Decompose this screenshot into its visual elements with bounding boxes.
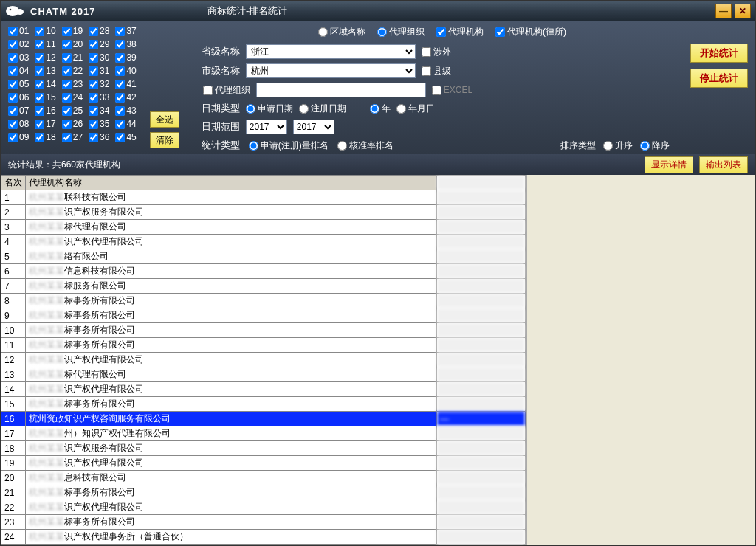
check-agent-inst[interactable]: 代理机构 [436,26,484,38]
table-row[interactable]: 8杭州某某标事务所有限公司— [1,294,526,308]
radio-accuracy-rank[interactable]: 核准率排名 [337,139,394,152]
class-checkbox-02[interactable]: 02 [8,39,29,49]
class-checkbox-35[interactable]: 35 [89,119,109,129]
class-checkbox-12[interactable]: 12 [35,52,55,63]
class-checkbox-32[interactable]: 32 [89,79,109,89]
minimize-button[interactable]: — [715,4,732,18]
class-checkbox-10[interactable]: 10 [35,26,55,36]
radio-volume-rank[interactable]: 申请(注册)量排名 [249,139,329,152]
class-checkbox-15[interactable]: 15 [35,92,55,103]
radio-reg-date[interactable]: 注册日期 [299,103,346,115]
table-row[interactable]: 2杭州某某识产权服务有限公司— [1,205,526,220]
class-checkbox-37[interactable]: 37 [115,26,136,36]
table-row[interactable]: 24杭州某某识产权代理事务所（普通合伙）— [1,530,526,545]
class-checkbox-27[interactable]: 27 [62,132,83,142]
class-checkbox-38[interactable]: 38 [115,39,136,49]
class-checkbox-28[interactable]: 28 [89,26,109,36]
class-checkbox-36[interactable]: 36 [89,132,109,142]
table-row[interactable]: 10杭州某某标事务所有限公司— [1,323,526,338]
table-row[interactable]: 1杭州某某联科技有限公司— [1,190,526,205]
class-checkbox-07[interactable]: 07 [8,106,29,116]
results-table-wrap[interactable]: 名次 代理机构名称 1杭州某某联科技有限公司—2杭州某某识产权服务有限公司—3杭… [1,175,526,546]
radio-area-name[interactable]: 区域名称 [318,26,365,38]
class-checkbox-14[interactable]: 14 [35,79,55,89]
table-row[interactable]: 14杭州某某识产权代理有限公司— [1,382,526,397]
start-stats-button[interactable]: 开始统计 [690,44,748,63]
year-to-select[interactable]: 2017 [293,120,334,134]
stop-stats-button[interactable]: 停止统计 [690,69,748,88]
class-checkbox-29[interactable]: 29 [89,39,109,49]
check-agent-lawfirm[interactable]: 代理机构(律所) [495,26,566,38]
table-row[interactable]: 20杭州某某息科技有限公司— [1,471,526,485]
close-button[interactable]: ✕ [735,4,751,18]
col-rank[interactable]: 名次 [1,176,26,190]
class-checkbox-17[interactable]: 17 [35,119,55,129]
table-row[interactable]: 15杭州某某标事务所有限公司— [1,397,526,412]
foreign-checkbox[interactable]: 涉外 [422,46,451,58]
table-row[interactable]: 11杭州某某标事务所有限公司— [1,338,526,353]
province-select[interactable]: 浙江 [246,44,416,59]
agent-org-checkbox[interactable]: 代理组织 [193,84,250,97]
class-checkbox-19[interactable]: 19 [62,26,83,36]
class-checkbox-09[interactable]: 09 [8,132,29,142]
class-checkbox-01[interactable]: 01 [8,26,29,36]
export-list-button[interactable]: 输出列表 [699,156,748,173]
table-row[interactable]: 3杭州某某标代理有限公司— [1,220,526,235]
class-checkbox-08[interactable]: 08 [8,119,29,129]
class-checkbox-45[interactable]: 45 [115,132,136,142]
table-row[interactable]: 17杭州某某州）知识产权代理有限公司— [1,426,526,441]
table-row[interactable]: 4杭州某某识产权代理有限公司— [1,235,526,249]
class-checkbox-04[interactable]: 04 [8,66,29,76]
class-checkbox-21[interactable]: 21 [62,52,83,63]
class-checkbox-11[interactable]: 11 [35,39,55,49]
class-checkbox-18[interactable]: 18 [35,132,55,142]
class-checkbox-39[interactable]: 39 [115,52,136,63]
agent-org-input[interactable] [256,83,426,97]
table-row[interactable]: 19杭州某某识产权代理有限公司— [1,456,526,471]
class-checkbox-03[interactable]: 03 [8,52,29,63]
year-from-select[interactable]: 2017 [246,120,287,134]
select-all-button[interactable]: 全选 [150,111,179,128]
class-checkbox-34[interactable]: 34 [89,106,109,116]
class-checkbox-43[interactable]: 43 [115,106,136,116]
table-row[interactable]: 13杭州某某标代理有限公司— [1,367,526,382]
radio-ymd[interactable]: 年月日 [396,103,435,115]
radio-sort-desc[interactable]: 降序 [640,139,670,152]
table-row[interactable]: 6杭州某某信息科技有限公司— [1,264,526,279]
class-checkbox-42[interactable]: 42 [115,92,136,103]
table-row[interactable]: 22杭州某某识产权代理有限公司— [1,500,526,515]
clear-button[interactable]: 清除 [150,132,179,148]
table-row[interactable]: 21杭州某某标事务所有限公司— [1,485,526,500]
class-checkbox-20[interactable]: 20 [62,39,83,49]
class-checkbox-44[interactable]: 44 [115,119,136,129]
class-checkbox-23[interactable]: 23 [62,79,83,89]
table-row[interactable]: 7杭州某某标服务有限公司— [1,279,526,294]
class-checkbox-22[interactable]: 22 [62,66,83,76]
table-row[interactable]: 16杭州资政知识产权咨询服务有限公司— [1,412,526,426]
class-checkbox-13[interactable]: 13 [35,66,55,76]
class-checkbox-06[interactable]: 06 [8,92,29,103]
table-row[interactable]: 12杭州某某识产权代理有限公司— [1,353,526,367]
county-checkbox[interactable]: 县级 [422,65,451,77]
class-checkbox-30[interactable]: 30 [89,52,109,63]
col-hidden[interactable] [437,176,526,190]
radio-sort-asc[interactable]: 升序 [603,139,633,152]
show-detail-button[interactable]: 显示详情 [645,156,693,173]
class-checkbox-40[interactable]: 40 [115,66,136,76]
class-checkbox-31[interactable]: 31 [89,66,109,76]
class-checkbox-16[interactable]: 16 [35,106,55,116]
radio-apply-date[interactable]: 申请日期 [246,103,293,115]
class-checkbox-24[interactable]: 24 [62,92,83,103]
table-row[interactable]: 9杭州某某标事务所有限公司— [1,308,526,323]
table-row[interactable]: 5杭州某某络有限公司— [1,249,526,264]
class-checkbox-26[interactable]: 26 [62,119,83,129]
excel-checkbox[interactable]: EXCEL [432,85,472,95]
radio-agent-org[interactable]: 代理组织 [377,26,425,38]
class-checkbox-25[interactable]: 25 [62,106,83,116]
city-select[interactable]: 杭州 [246,63,416,78]
class-checkbox-33[interactable]: 33 [89,92,109,103]
class-checkbox-05[interactable]: 05 [8,79,29,89]
class-checkbox-41[interactable]: 41 [115,79,136,89]
table-row[interactable]: 18杭州某某识产权服务有限公司— [1,441,526,456]
radio-year[interactable]: 年 [370,103,391,115]
